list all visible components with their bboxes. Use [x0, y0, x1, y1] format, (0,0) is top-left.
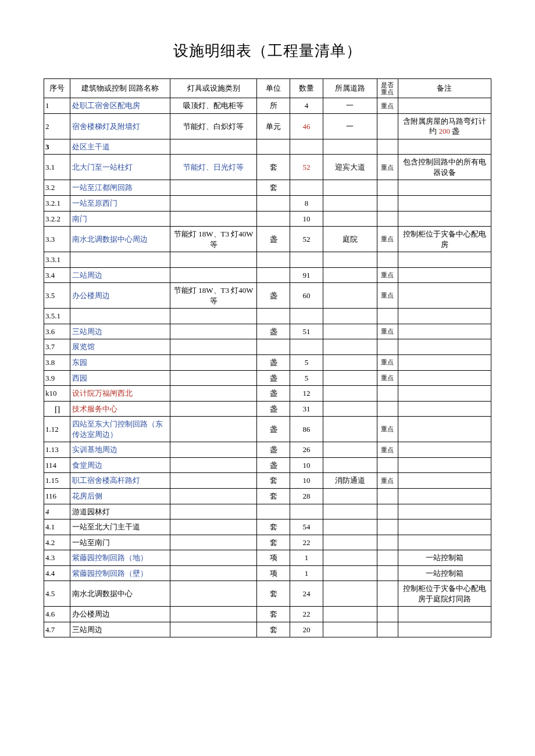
table-row: 4.7三站周边套20 — [44, 622, 491, 637]
cell-type — [170, 535, 257, 550]
table-row: 4.1一站至北大门主干道套54 — [44, 519, 491, 535]
cell-key — [377, 488, 398, 504]
cell-type — [170, 581, 257, 607]
cell-road — [323, 370, 377, 386]
cell-type: 节能灯 18W、T3 灯40W 等 — [170, 227, 257, 252]
hdr-unit: 单位 — [257, 79, 290, 98]
cell-unit — [257, 139, 290, 155]
cell-note — [398, 309, 491, 324]
cell-key — [377, 386, 398, 402]
cell-road — [323, 180, 377, 196]
cell-idx: 116 — [44, 488, 70, 504]
cell-qty: 46 — [290, 113, 323, 139]
cell-road — [323, 535, 377, 550]
table-row: 3.3.1 — [44, 252, 491, 268]
table-row: k10设计院万福闸西北盏12 — [44, 386, 491, 402]
cell-note — [398, 535, 491, 550]
cell-qty: 60 — [290, 283, 323, 309]
cell-qty: 1 — [290, 550, 323, 566]
cell-key: 重点 — [377, 283, 398, 309]
cell-road: 一 — [323, 113, 377, 139]
cell-type — [170, 442, 257, 458]
table-row: 1处职工宿舍区配电房吸顶灯、配电柜等所4一重点 — [44, 98, 491, 114]
cell-qty: 8 — [290, 196, 323, 212]
cell-key: 重点 — [377, 227, 398, 252]
cell-road — [323, 550, 377, 566]
cell-type — [170, 457, 257, 473]
cell-key: 重点 — [377, 324, 398, 339]
cell-road — [323, 504, 377, 519]
cell-qty: 31 — [290, 401, 323, 417]
cell-idx: 2 — [44, 113, 70, 139]
cell-name: 四站至东大门控制回路（东传达室周边） — [70, 417, 170, 442]
cell-key — [377, 535, 398, 550]
cell-note: 控制柜位于灾备中心配电房 — [398, 227, 491, 252]
cell-type — [170, 267, 257, 283]
cell-idx: 3.3 — [44, 227, 70, 252]
cell-unit: 套 — [257, 180, 290, 196]
cell-type: 节能灯、日光灯等 — [170, 155, 257, 180]
cell-road — [323, 267, 377, 283]
table-row: 3.5办公楼周边节能灯 18W、T3 灯40W 等盏60重点 — [44, 283, 491, 309]
cell-road — [323, 211, 377, 227]
cell-idx: 3.5 — [44, 283, 70, 309]
cell-unit: 项 — [257, 550, 290, 566]
cell-idx: 4.4 — [44, 565, 70, 581]
cell-qty: 91 — [290, 267, 323, 283]
hdr-key: 是否重点 — [377, 79, 398, 98]
hdr-idx: 序号 — [44, 79, 70, 98]
table-row: 3.7展览馆 — [44, 339, 491, 355]
cell-key — [377, 504, 398, 519]
table-row: 2宿舍楼梯灯及附墙灯节能灯、白炽灯等单元46一含附属房屋的马路弯灯计约 200 … — [44, 113, 491, 139]
cell-road — [323, 324, 377, 339]
cell-note — [398, 139, 491, 155]
cell-note: 包含控制回路中的所有电器设备 — [398, 155, 491, 180]
table-row: 3.4二站周边91重点 — [44, 267, 491, 283]
cell-note — [398, 457, 491, 473]
cell-key — [377, 457, 398, 473]
cell-type — [170, 386, 257, 402]
table-row: 4游道园林灯 — [44, 504, 491, 519]
cell-road — [323, 309, 377, 324]
cell-name: 南水北调数据中心周边 — [70, 227, 170, 252]
cell-type — [170, 211, 257, 227]
cell-unit: 所 — [257, 98, 290, 114]
cell-unit: 套 — [257, 519, 290, 535]
cell-idx: 3.2.2 — [44, 211, 70, 227]
cell-name: 设计院万福闸西北 — [70, 386, 170, 402]
hdr-type: 灯具或设施类别 — [170, 79, 257, 98]
cell-idx: 1.15 — [44, 473, 70, 489]
cell-key: 重点 — [377, 473, 398, 489]
cell-key — [377, 581, 398, 607]
cell-name: 三站周边 — [70, 324, 170, 339]
cell-unit — [257, 267, 290, 283]
table-row: 116花房后侧套28 — [44, 488, 491, 504]
cell-key — [377, 339, 398, 355]
table-row: 3.1北大门至一站柱灯节能灯、日光灯等套52迎宾大道重点包含控制回路中的所有电器… — [44, 155, 491, 180]
cell-key — [377, 252, 398, 268]
cell-note: 含附属房屋的马路弯灯计约 200 盏 — [398, 113, 491, 139]
cell-key — [377, 196, 398, 212]
cell-type: 节能灯 18W、T3 灯40W 等 — [170, 283, 257, 309]
cell-type — [170, 504, 257, 519]
hdr-name: 建筑物或控制 回路名称 — [70, 79, 170, 98]
cell-idx: 4.7 — [44, 622, 70, 637]
cell-idx: 4.1 — [44, 519, 70, 535]
cell-name — [70, 309, 170, 324]
cell-idx: 4.6 — [44, 607, 70, 622]
cell-idx: 4.2 — [44, 535, 70, 550]
cell-type — [170, 180, 257, 196]
cell-note — [398, 607, 491, 622]
cell-type — [170, 370, 257, 386]
cell-idx: 1 — [44, 98, 70, 114]
table-row: 3处区主干道 — [44, 139, 491, 155]
cell-road — [323, 457, 377, 473]
cell-note — [398, 252, 491, 268]
cell-key — [377, 565, 398, 581]
cell-key: 重点 — [377, 267, 398, 283]
cell-unit: 套 — [257, 581, 290, 607]
table-row: 3.2.2南门10 — [44, 211, 491, 227]
cell-type — [170, 196, 257, 212]
cell-unit: 单元 — [257, 113, 290, 139]
table-row: 4.6办公楼周边套22 — [44, 607, 491, 622]
